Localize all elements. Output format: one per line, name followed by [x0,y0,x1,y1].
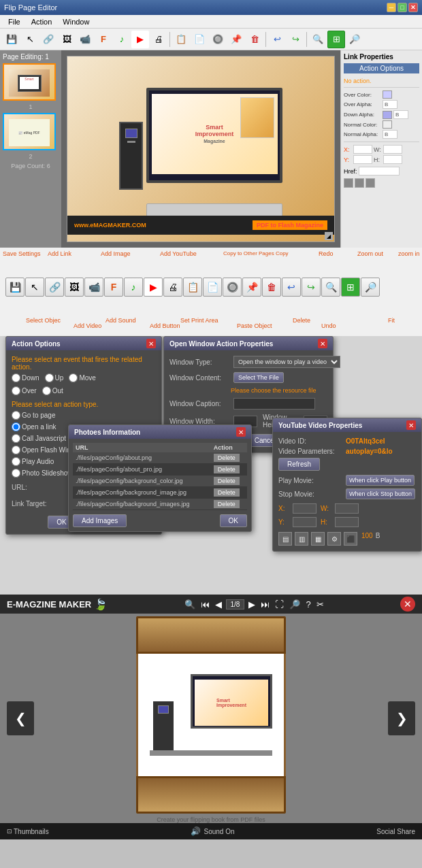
action-dialog-close[interactable]: ✕ [146,339,156,348]
page-thumb-2[interactable]: 📰 eMag PDF [3,113,56,150]
yt-icon-4[interactable]: ⚙ [327,532,341,546]
action-options-btn[interactable]: Action Options [344,63,419,73]
yt-icon-1[interactable]: ▤ [278,532,292,546]
yt-opacity-icon[interactable]: ⬛ [344,532,357,546]
copy-to-other-btn[interactable]: 📋 [172,31,190,48]
radio-down[interactable]: Down [12,373,39,382]
page-thumb-1[interactable]: Smart [3,63,56,101]
add-image-btn[interactable]: 🖼 [58,31,76,48]
canvas-resize-handle[interactable]: ◢ [325,232,333,240]
yt-w-input[interactable]: 515 [335,503,359,514]
ann-save-btn[interactable]: 💾 [5,278,25,297]
add-link-btn[interactable]: 🔗 [39,31,57,48]
preview-nav-right[interactable]: ❯ [388,701,415,735]
w-input[interactable]: 213 [383,145,402,154]
preview-first-btn[interactable]: ⏮ [199,599,211,610]
zoom-out-btn[interactable]: 🔍 [309,31,327,48]
radio-over[interactable]: Over [12,386,37,395]
down-alpha-color[interactable] [383,111,392,119]
add-youtube-btn[interactable]: ▶ [131,31,149,48]
preview-controls[interactable]: 🔍 ⏮ ◀ 1/8 ▶ ⏭ ⛶ 🔎 ? ✂ [183,599,325,610]
add-button-btn[interactable]: 🔘 [209,31,227,48]
preview-help-btn[interactable]: ? [304,599,312,610]
window-type-select[interactable]: Open the window to play a video [233,356,340,368]
ann-paste-btn[interactable]: 📌 [242,278,261,297]
photos-dialog-close[interactable]: ✕ [236,427,246,437]
props-icon-1[interactable] [344,178,353,188]
yt-icon-2[interactable]: ▥ [295,532,308,546]
ann-select-btn[interactable]: ↖ [25,278,44,297]
props-icon-3[interactable] [366,178,375,188]
props-icon-2[interactable] [355,178,364,188]
yt-dialog-close[interactable]: ✕ [406,420,416,430]
add-flash-btn[interactable]: F [95,31,112,48]
normal-alpha-input[interactable] [383,130,397,139]
fit-btn[interactable]: ⊞ [327,31,345,48]
ann-zoom-out-btn[interactable]: 🔍 [321,278,340,297]
preview-crop-btn[interactable]: ✂ [315,599,325,610]
delete-photo-5-btn[interactable]: Delete [214,500,240,508]
ann-copy-obj-btn[interactable]: 📄 [203,278,222,297]
ann-zoom-in-btn[interactable]: 🔎 [361,278,380,297]
copy-object-btn[interactable]: 📄 [191,31,208,48]
ann-add-btn-btn[interactable]: 🔘 [223,278,242,297]
over-color-box[interactable] [383,90,392,99]
redo-btn[interactable]: ↪ [287,31,304,48]
close-btn[interactable]: ✕ [408,3,418,12]
select-file-btn[interactable]: Select The File [233,372,284,383]
y-input[interactable]: 587 [353,155,372,164]
select-obj-btn[interactable]: ↖ [21,31,39,48]
yt-h-input[interactable]: 297 [335,517,359,527]
radio-up[interactable]: Up [45,373,64,382]
ann-flash-btn[interactable]: F [104,278,123,297]
h-input[interactable]: 13 [383,155,402,164]
set-print-area-btn[interactable]: 🖨 [150,31,167,48]
ann-img-btn[interactable]: 🖼 [65,278,84,297]
thumbnails-control[interactable]: ⊡ Thumbnails [7,828,49,835]
ann-copy-pages-btn[interactable]: 📋 [183,278,202,297]
window-caption-input[interactable] [233,398,315,410]
open-window-dialog-close[interactable]: ✕ [318,339,327,348]
ann-yt-btn[interactable]: ▶ [144,278,163,297]
delete-photo-1-btn[interactable]: Delete [214,454,240,462]
yt-refresh-btn[interactable]: Refresh [278,458,320,471]
ann-print-btn[interactable]: 🖨 [163,278,182,297]
yt-icon-3[interactable]: ▦ [311,532,325,546]
preview-last-btn[interactable]: ⏭ [259,599,271,610]
menu-action[interactable]: Action [26,15,58,28]
delete-photo-2-btn[interactable]: Delete [214,465,240,473]
ann-link-btn[interactable]: 🔗 [45,278,64,297]
save-settings-btn[interactable]: 💾 [3,31,20,48]
delete-photo-4-btn[interactable]: Delete [214,488,240,497]
over-alpha-input[interactable] [383,100,397,109]
undo-btn[interactable]: ↩ [268,31,286,48]
add-video-btn[interactable]: 📹 [76,31,94,48]
menu-window[interactable]: Window [57,15,95,28]
sound-control[interactable]: 🔊 Sound On [191,827,234,836]
preview-nav-left[interactable]: ❮ [7,701,34,735]
paste-object-btn[interactable]: 📌 [227,31,245,48]
delete-photo-3-btn[interactable]: Delete [214,477,240,485]
preview-close-btn[interactable]: ✕ [400,597,415,612]
ann-undo-btn[interactable]: ↩ [282,278,301,297]
preview-fullscreen-btn[interactable]: ⛶ [274,599,285,610]
ann-redo-btn[interactable]: ↪ [302,278,321,297]
yt-stop-btn[interactable]: When click Stop button [346,488,415,499]
ann-sound-btn[interactable]: ♪ [124,278,143,297]
radio-goto[interactable]: Go to page [12,411,156,420]
preview-zoom-out-btn[interactable]: 🔍 [183,599,197,610]
radio-out[interactable]: Out [42,386,63,395]
add-sound-btn[interactable]: ♪ [113,31,131,48]
normal-color-box[interactable] [383,120,392,129]
ann-fit-btn[interactable]: ⊞ [341,278,360,297]
yt-play-btn[interactable]: When click Play button [346,475,415,486]
href-input[interactable] [359,167,400,176]
down-alpha-input[interactable] [393,110,408,119]
yt-y-input[interactable]: 143 [293,517,316,527]
window-controls[interactable]: ─ □ ✕ [387,3,418,12]
delete-btn[interactable]: 🗑 [246,31,263,48]
canvas-area[interactable]: SmartImprovementMagazine www.eMAGMAKER.C… [61,50,340,248]
zoom-in-btn[interactable]: 🔎 [346,31,363,48]
menu-file[interactable]: File [3,15,26,28]
add-images-btn[interactable]: Add Images [73,514,127,527]
